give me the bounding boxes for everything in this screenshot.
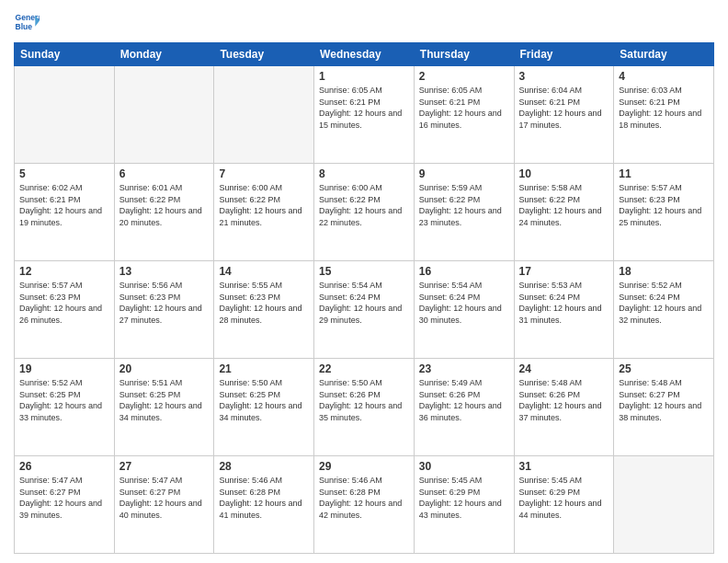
day-info: Sunrise: 5:53 AM Sunset: 6:24 PM Dayligh…	[519, 280, 609, 326]
day-number: 23	[419, 362, 509, 375]
calendar-week-row: 26Sunrise: 5:47 AM Sunset: 6:27 PM Dayli…	[15, 456, 714, 554]
calendar-cell: 31Sunrise: 5:45 AM Sunset: 6:29 PM Dayli…	[514, 456, 614, 554]
calendar-cell: 5Sunrise: 6:02 AM Sunset: 6:21 PM Daylig…	[15, 164, 115, 261]
calendar-cell: 9Sunrise: 5:59 AM Sunset: 6:22 PM Daylig…	[414, 164, 514, 261]
day-number: 29	[319, 460, 409, 473]
calendar-cell: 3Sunrise: 6:04 AM Sunset: 6:21 PM Daylig…	[514, 66, 614, 164]
day-number: 3	[519, 70, 609, 83]
calendar-cell: 8Sunrise: 6:00 AM Sunset: 6:22 PM Daylig…	[314, 164, 415, 261]
calendar-cell: 25Sunrise: 5:48 AM Sunset: 6:27 PM Dayli…	[614, 359, 714, 456]
day-info: Sunrise: 6:02 AM Sunset: 6:21 PM Dayligh…	[19, 182, 109, 228]
calendar-cell: 28Sunrise: 5:46 AM Sunset: 6:28 PM Dayli…	[214, 456, 314, 554]
calendar-week-row: 19Sunrise: 5:52 AM Sunset: 6:25 PM Dayli…	[15, 359, 714, 456]
day-number: 17	[519, 265, 609, 278]
calendar-cell: 24Sunrise: 5:48 AM Sunset: 6:26 PM Dayli…	[514, 359, 614, 456]
calendar-cell: 18Sunrise: 5:52 AM Sunset: 6:24 PM Dayli…	[614, 261, 714, 359]
day-number: 15	[319, 265, 409, 278]
day-info: Sunrise: 5:45 AM Sunset: 6:29 PM Dayligh…	[419, 475, 509, 521]
day-info: Sunrise: 5:54 AM Sunset: 6:24 PM Dayligh…	[419, 280, 509, 326]
day-info: Sunrise: 5:46 AM Sunset: 6:28 PM Dayligh…	[219, 475, 309, 521]
svg-text:Blue: Blue	[16, 22, 33, 31]
calendar-week-row: 12Sunrise: 5:57 AM Sunset: 6:23 PM Dayli…	[15, 261, 714, 359]
day-number: 22	[319, 362, 409, 375]
weekday-header-row: Sunday Monday Tuesday Wednesday Thursday…	[15, 43, 714, 66]
day-info: Sunrise: 5:52 AM Sunset: 6:24 PM Dayligh…	[619, 280, 709, 326]
day-number: 24	[519, 362, 609, 375]
day-number: 6	[119, 167, 210, 180]
day-info: Sunrise: 6:05 AM Sunset: 6:21 PM Dayligh…	[319, 85, 409, 131]
calendar-cell: 11Sunrise: 5:57 AM Sunset: 6:23 PM Dayli…	[614, 164, 714, 261]
day-number: 27	[119, 460, 210, 473]
day-number: 14	[219, 265, 309, 278]
day-info: Sunrise: 6:03 AM Sunset: 6:21 PM Dayligh…	[619, 85, 709, 131]
calendar-cell: 29Sunrise: 5:46 AM Sunset: 6:28 PM Dayli…	[314, 456, 415, 554]
day-info: Sunrise: 5:50 AM Sunset: 6:26 PM Dayligh…	[319, 377, 409, 423]
calendar-cell: 16Sunrise: 5:54 AM Sunset: 6:24 PM Dayli…	[414, 261, 514, 359]
day-info: Sunrise: 5:50 AM Sunset: 6:25 PM Dayligh…	[219, 377, 309, 423]
header-tuesday: Tuesday	[214, 43, 314, 66]
day-info: Sunrise: 6:00 AM Sunset: 6:22 PM Dayligh…	[319, 182, 409, 228]
day-number: 5	[19, 167, 109, 180]
calendar-table: Sunday Monday Tuesday Wednesday Thursday…	[14, 42, 714, 554]
calendar-cell: 12Sunrise: 5:57 AM Sunset: 6:23 PM Dayli…	[15, 261, 115, 359]
calendar-cell: 20Sunrise: 5:51 AM Sunset: 6:25 PM Dayli…	[114, 359, 214, 456]
calendar-cell	[15, 66, 115, 164]
day-number: 7	[219, 167, 309, 180]
day-info: Sunrise: 5:59 AM Sunset: 6:22 PM Dayligh…	[419, 182, 509, 228]
day-info: Sunrise: 5:56 AM Sunset: 6:23 PM Dayligh…	[119, 280, 210, 326]
day-number: 10	[519, 167, 609, 180]
calendar-week-row: 5Sunrise: 6:02 AM Sunset: 6:21 PM Daylig…	[15, 164, 714, 261]
day-number: 9	[419, 167, 509, 180]
header: General Blue	[14, 9, 714, 35]
calendar-cell: 23Sunrise: 5:49 AM Sunset: 6:26 PM Dayli…	[414, 359, 514, 456]
day-info: Sunrise: 6:05 AM Sunset: 6:21 PM Dayligh…	[419, 85, 509, 131]
day-number: 11	[619, 167, 709, 180]
day-number: 4	[619, 70, 709, 83]
day-info: Sunrise: 6:00 AM Sunset: 6:22 PM Dayligh…	[219, 182, 309, 228]
header-friday: Friday	[514, 43, 614, 66]
day-number: 21	[219, 362, 309, 375]
day-number: 1	[319, 70, 409, 83]
calendar-cell: 22Sunrise: 5:50 AM Sunset: 6:26 PM Dayli…	[314, 359, 415, 456]
calendar-cell: 13Sunrise: 5:56 AM Sunset: 6:23 PM Dayli…	[114, 261, 214, 359]
day-info: Sunrise: 6:04 AM Sunset: 6:21 PM Dayligh…	[519, 85, 609, 131]
day-number: 13	[119, 265, 210, 278]
day-number: 28	[219, 460, 309, 473]
calendar-cell: 6Sunrise: 6:01 AM Sunset: 6:22 PM Daylig…	[114, 164, 214, 261]
day-info: Sunrise: 5:54 AM Sunset: 6:24 PM Dayligh…	[319, 280, 409, 326]
calendar-cell: 10Sunrise: 5:58 AM Sunset: 6:22 PM Dayli…	[514, 164, 614, 261]
calendar-cell: 2Sunrise: 6:05 AM Sunset: 6:21 PM Daylig…	[414, 66, 514, 164]
calendar-page: General Blue Sunday Monday Tuesday Wedne…	[0, 0, 728, 563]
calendar-week-row: 1Sunrise: 6:05 AM Sunset: 6:21 PM Daylig…	[15, 66, 714, 164]
header-saturday: Saturday	[614, 43, 714, 66]
calendar-cell	[614, 456, 714, 554]
header-monday: Monday	[114, 43, 214, 66]
day-info: Sunrise: 5:52 AM Sunset: 6:25 PM Dayligh…	[19, 377, 109, 423]
day-number: 20	[119, 362, 210, 375]
day-number: 19	[19, 362, 109, 375]
calendar-cell: 19Sunrise: 5:52 AM Sunset: 6:25 PM Dayli…	[15, 359, 115, 456]
day-number: 30	[419, 460, 509, 473]
day-number: 16	[419, 265, 509, 278]
calendar-cell: 4Sunrise: 6:03 AM Sunset: 6:21 PM Daylig…	[614, 66, 714, 164]
day-number: 31	[519, 460, 609, 473]
day-info: Sunrise: 5:55 AM Sunset: 6:23 PM Dayligh…	[219, 280, 309, 326]
day-info: Sunrise: 5:58 AM Sunset: 6:22 PM Dayligh…	[519, 182, 609, 228]
day-info: Sunrise: 5:57 AM Sunset: 6:23 PM Dayligh…	[619, 182, 709, 228]
calendar-cell: 14Sunrise: 5:55 AM Sunset: 6:23 PM Dayli…	[214, 261, 314, 359]
calendar-cell: 21Sunrise: 5:50 AM Sunset: 6:25 PM Dayli…	[214, 359, 314, 456]
calendar-cell: 30Sunrise: 5:45 AM Sunset: 6:29 PM Dayli…	[414, 456, 514, 554]
header-sunday: Sunday	[15, 43, 115, 66]
day-info: Sunrise: 5:47 AM Sunset: 6:27 PM Dayligh…	[19, 475, 109, 521]
day-info: Sunrise: 5:46 AM Sunset: 6:28 PM Dayligh…	[319, 475, 409, 521]
day-info: Sunrise: 5:51 AM Sunset: 6:25 PM Dayligh…	[119, 377, 210, 423]
calendar-cell: 7Sunrise: 6:00 AM Sunset: 6:22 PM Daylig…	[214, 164, 314, 261]
day-info: Sunrise: 5:48 AM Sunset: 6:27 PM Dayligh…	[619, 377, 709, 423]
day-info: Sunrise: 5:47 AM Sunset: 6:27 PM Dayligh…	[119, 475, 210, 521]
day-number: 2	[419, 70, 509, 83]
day-info: Sunrise: 5:45 AM Sunset: 6:29 PM Dayligh…	[519, 475, 609, 521]
calendar-cell: 1Sunrise: 6:05 AM Sunset: 6:21 PM Daylig…	[314, 66, 415, 164]
day-number: 26	[19, 460, 109, 473]
day-info: Sunrise: 5:57 AM Sunset: 6:23 PM Dayligh…	[19, 280, 109, 326]
calendar-cell: 15Sunrise: 5:54 AM Sunset: 6:24 PM Dayli…	[314, 261, 415, 359]
